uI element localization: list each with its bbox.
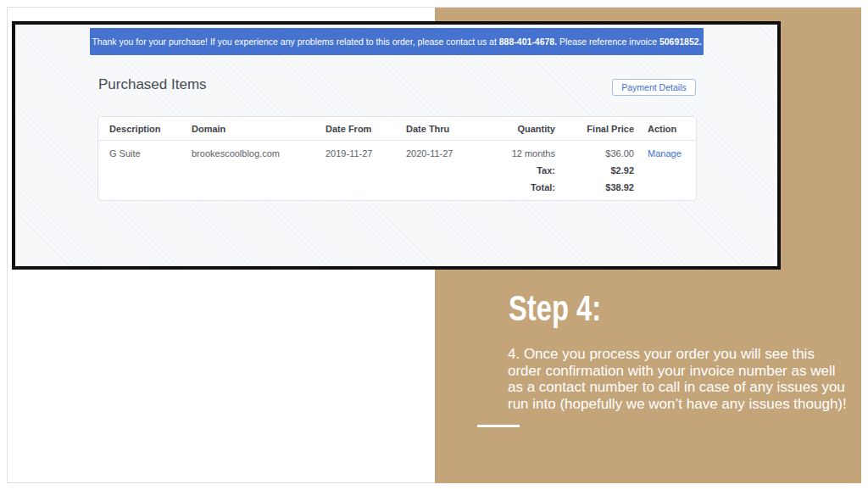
item-description: G Suite bbox=[98, 141, 192, 163]
banner-message-1: Thank you for your purchase! If you expe… bbox=[92, 36, 498, 47]
step-title: Step 4: bbox=[509, 289, 627, 328]
total-label: Total: bbox=[476, 179, 555, 196]
banner-invoice-number: 50691852. bbox=[659, 36, 702, 47]
divider-dash bbox=[477, 425, 520, 427]
item-date-thru: 2020-11-27 bbox=[406, 141, 476, 163]
tax-value: $2.92 bbox=[555, 162, 634, 179]
banner-message-2: Please reference invoice bbox=[557, 36, 659, 47]
table-row: G Suite brookescoolblog.com 2019-11-27 2… bbox=[98, 141, 696, 163]
total-row: Total: $38.92 bbox=[98, 179, 696, 196]
step-title-text: Step 4: bbox=[509, 289, 601, 328]
purchased-items-card: Description Domain Date From Date Thru Q… bbox=[97, 116, 697, 201]
col-header-action: Action bbox=[634, 117, 696, 141]
total-value: $38.92 bbox=[555, 179, 634, 196]
item-action-cell: Manage bbox=[634, 141, 696, 163]
order-confirmation-page: Thank you for your purchase! If you expe… bbox=[15, 25, 777, 266]
item-final-price: $36.00 bbox=[555, 141, 634, 163]
col-header-quantity: Quantity bbox=[476, 117, 555, 141]
col-header-date-thru: Date Thru bbox=[406, 117, 476, 141]
purchased-items-table: Description Domain Date From Date Thru Q… bbox=[98, 117, 696, 196]
banner-text: Thank you for your purchase! If you expe… bbox=[92, 36, 701, 47]
col-header-date-from: Date From bbox=[326, 117, 406, 141]
page-title: Purchased Items bbox=[98, 76, 207, 93]
item-date-from: 2019-11-27 bbox=[326, 141, 406, 163]
col-header-final-price: Final Price bbox=[555, 117, 634, 141]
slide-canvas: Step 4: 4. Once you process your order y… bbox=[0, 0, 868, 490]
screenshot-frame: Thank you for your purchase! If you expe… bbox=[12, 21, 781, 270]
payment-details-button[interactable]: Payment Details bbox=[612, 79, 696, 96]
step-description: 4. Once you process your order you will … bbox=[508, 346, 850, 412]
item-domain: brookescoolblog.com bbox=[192, 141, 326, 163]
item-quantity: 12 months bbox=[476, 141, 555, 163]
tax-row: Tax: $2.92 bbox=[98, 162, 696, 179]
table-header-row: Description Domain Date From Date Thru Q… bbox=[98, 117, 696, 141]
thank-you-banner: Thank you for your purchase! If you expe… bbox=[90, 28, 704, 55]
tax-label: Tax: bbox=[476, 162, 555, 179]
manage-link[interactable]: Manage bbox=[648, 148, 682, 159]
col-header-domain: Domain bbox=[192, 117, 326, 141]
banner-phone-number: 888-401-4678. bbox=[499, 36, 557, 47]
col-header-description: Description bbox=[98, 117, 192, 141]
